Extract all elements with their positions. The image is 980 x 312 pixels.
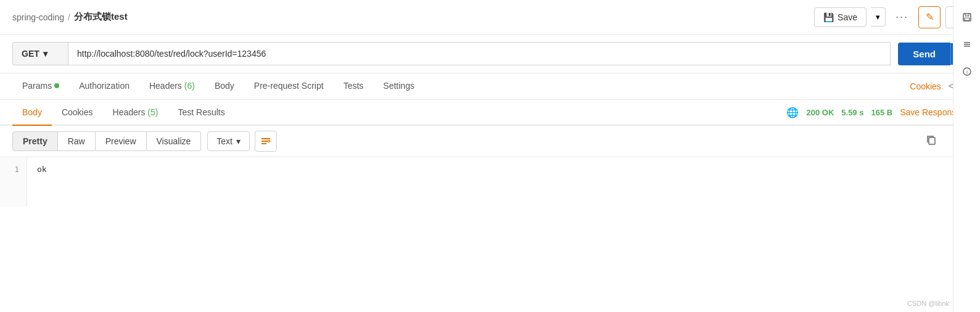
tab-settings-label: Settings (383, 81, 414, 91)
resp-tab-body[interactable]: Body (12, 100, 52, 126)
chevron-down-icon: ▾ (876, 12, 880, 22)
response-tabs: Body Cookies Headers (5) Test Results 🌐 … (0, 100, 980, 126)
response-status-area: 🌐 200 OK 5.59 s 165 B Save Response ▾ (786, 107, 968, 118)
send-main-button[interactable]: Send (898, 43, 950, 65)
method-select[interactable]: GET ▾ (12, 42, 68, 65)
format-type-chevron-icon: ▾ (236, 136, 241, 146)
resp-tab-testresults-label: Test Results (178, 107, 224, 117)
request-tabs-left: Params Authorization Headers (6) Body Pr… (12, 73, 424, 99)
view-raw-button[interactable]: Raw (58, 131, 96, 151)
tab-headers-label: Headers (149, 81, 184, 91)
resp-tab-headers[interactable]: Headers (5) (103, 100, 168, 126)
copy-icon (926, 134, 937, 148)
save-response-label: Save Response (900, 107, 961, 117)
request-tabs: Params Authorization Headers (6) Body Pr… (0, 73, 980, 100)
tab-authorization-label: Authorization (79, 81, 130, 91)
response-body: 1 ok (0, 157, 980, 207)
tab-tests-label: Tests (344, 81, 364, 91)
svg-rect-7 (965, 14, 969, 16)
breadcrumb: spring-coding / 分布式锁test (12, 11, 128, 23)
method-chevron-icon: ▾ (43, 49, 47, 59)
send-label: Send (913, 49, 936, 59)
svg-text:i: i (966, 69, 968, 75)
svg-rect-8 (965, 18, 970, 20)
response-content: ok (27, 157, 973, 207)
response-tabs-left: Body Cookies Headers (5) Test Results (12, 100, 235, 125)
view-pretty-button[interactable]: Pretty (12, 131, 58, 151)
word-wrap-button[interactable] (255, 131, 277, 152)
cookies-label: Cookies (910, 81, 941, 91)
method-label: GET (22, 49, 39, 59)
tab-tests[interactable]: Tests (334, 73, 374, 99)
tab-prerequest-label: Pre-request Script (254, 81, 324, 91)
watermark: CSDN @libnk (907, 300, 949, 307)
more-options-button[interactable]: ··· (891, 8, 913, 26)
headers-count: (6) (184, 81, 195, 91)
format-type-label: Text (216, 136, 233, 146)
url-section: GET ▾ Send ▾ (0, 35, 980, 73)
wrap-lines-icon (260, 136, 271, 146)
format-toolbar: Pretty Raw Preview Visualize Text ▾ (0, 126, 980, 157)
ellipsis-icon: ··· (896, 10, 908, 23)
response-time: 5.59 s (841, 108, 863, 117)
tab-authorization[interactable]: Authorization (69, 73, 139, 99)
breadcrumb-current[interactable]: 分布式锁test (74, 11, 128, 23)
edit-icon: ✎ (926, 11, 934, 23)
globe-icon: 🌐 (786, 107, 799, 118)
params-active-dot (54, 83, 59, 88)
line-number-1: 1 (7, 165, 19, 174)
format-type-dropdown[interactable]: Text ▾ (207, 131, 250, 151)
sidebar-save-icon[interactable] (956, 6, 978, 28)
save-icon: 💾 (823, 12, 834, 22)
resp-tab-cookies[interactable]: Cookies (52, 100, 103, 126)
tab-params-label: Params (22, 81, 52, 91)
edit-button[interactable]: ✎ (918, 6, 941, 28)
view-pretty-label: Pretty (23, 136, 47, 146)
format-left: Pretty Raw Preview Visualize Text ▾ (12, 131, 277, 152)
tab-headers[interactable]: Headers (6) (139, 73, 205, 99)
sidebar-list-icon[interactable] (956, 33, 978, 55)
top-header: spring-coding / 分布式锁test 💾 Save ▾ ··· ✎ … (0, 0, 980, 35)
header-actions: 💾 Save ▾ ··· ✎ ☰ (814, 6, 968, 28)
view-visualize-button[interactable]: Visualize (147, 131, 202, 151)
resp-headers-count: (5) (147, 107, 158, 117)
tab-body[interactable]: Body (205, 73, 244, 99)
resp-tab-cookies-label: Cookies (62, 107, 93, 117)
tab-params[interactable]: Params (12, 73, 69, 99)
save-dropdown-button[interactable]: ▾ (871, 7, 886, 27)
resp-tab-testresults[interactable]: Test Results (168, 100, 234, 126)
breadcrumb-parent[interactable]: spring-coding (12, 12, 64, 22)
save-button[interactable]: 💾 Save (814, 7, 867, 27)
view-visualize-label: Visualize (157, 136, 191, 146)
response-size: 165 B (871, 108, 892, 117)
url-input[interactable] (68, 42, 891, 65)
right-sidebar: i (953, 0, 980, 312)
response-text: ok (37, 165, 47, 174)
save-label: Save (838, 12, 857, 22)
svg-rect-3 (929, 138, 935, 144)
line-numbers: 1 (0, 157, 27, 207)
status-code: 200 OK (806, 108, 834, 117)
tab-prerequest[interactable]: Pre-request Script (244, 73, 334, 99)
breadcrumb-separator: / (68, 12, 70, 22)
sidebar-info-icon[interactable]: i (956, 60, 978, 83)
copy-button[interactable] (921, 131, 942, 152)
resp-tab-body-label: Body (22, 107, 42, 117)
tab-body-label: Body (215, 81, 234, 91)
view-preview-button[interactable]: Preview (96, 131, 147, 151)
view-preview-label: Preview (105, 136, 136, 146)
view-raw-label: Raw (68, 136, 85, 146)
resp-tab-headers-label: Headers (113, 107, 148, 117)
cookies-link[interactable]: Cookies (910, 74, 941, 99)
tab-settings[interactable]: Settings (373, 73, 424, 99)
